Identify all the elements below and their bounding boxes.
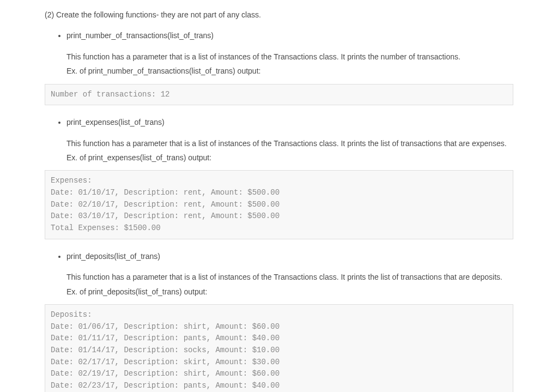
function-description: This function has a parameter that is a … [66,51,513,63]
function-list: print_number_of_transactions(list_of_tra… [45,29,513,77]
code-output-2: Deposits: Date: 01/06/17, Description: s… [45,304,513,392]
function-description: This function has a parameter that is a … [66,137,513,149]
function-name: print_expenses(list_of_trans) [66,116,513,128]
function-name: print_deposits(list_of_trans) [66,250,513,262]
intro-text: (2) Create the following functions- they… [45,9,513,21]
document-container: (2) Create the following functions- they… [17,0,541,392]
function-list: print_expenses(list_of_trans) This funct… [45,116,513,164]
function-example-label: Ex. of print_expenses(list_of_trans) out… [66,152,513,164]
function-example-label: Ex. of print_number_of_transactions(list… [66,65,513,77]
function-item-2: print_deposits(list_of_trans) This funct… [66,250,513,298]
function-item-0: print_number_of_transactions(list_of_tra… [66,29,513,77]
function-item-1: print_expenses(list_of_trans) This funct… [66,116,513,164]
function-name: print_number_of_transactions(list_of_tra… [66,29,513,41]
function-list: print_deposits(list_of_trans) This funct… [45,250,513,298]
function-example-label: Ex. of print_deposits(list_of_trans) out… [66,286,513,298]
code-output-0: Number of transactions: 12 [45,84,513,106]
code-output-1: Expenses: Date: 01/10/17, Description: r… [45,170,513,239]
function-description: This function has a parameter that is a … [66,271,513,283]
